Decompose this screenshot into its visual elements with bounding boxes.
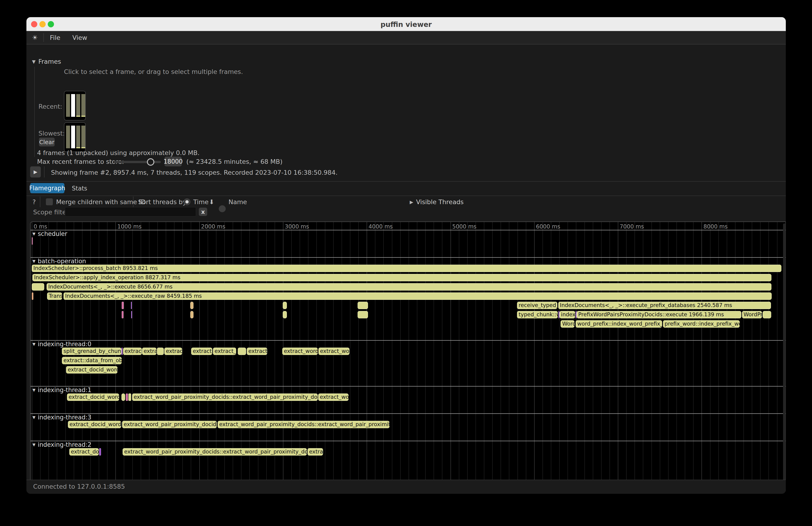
scope-bar[interactable]: extract_ <box>191 348 212 355</box>
help-button[interactable]: ? <box>32 198 36 206</box>
scope-bar[interactable] <box>559 311 560 318</box>
frame-histogram-bar[interactable] <box>71 94 75 117</box>
frame-histogram-bar[interactable] <box>66 94 70 117</box>
scope-bar[interactable]: index <box>560 311 576 318</box>
gridline <box>518 222 518 494</box>
scope-bar[interactable] <box>99 448 101 455</box>
scope-bar[interactable]: extract_word_pair_proximity_docids <box>122 421 217 428</box>
scope-bar[interactable] <box>121 393 125 401</box>
scope-bar[interactable]: extract_wo <box>318 393 349 401</box>
menu-view[interactable]: View <box>66 34 93 41</box>
gridline <box>701 222 702 494</box>
scope-bar[interactable]: IndexScheduler>::apply_index_operation 8… <box>32 274 771 281</box>
scope-bar[interactable]: Word <box>561 320 575 328</box>
scope-bar[interactable] <box>358 302 368 309</box>
gridline <box>685 222 685 494</box>
scope-bar[interactable]: IndexScheduler>::process_batch 8953.821 … <box>32 265 781 272</box>
frame-histogram-bar[interactable] <box>81 126 85 148</box>
scope-bar[interactable]: extract_docid_word <box>66 366 117 374</box>
scope-bar[interactable]: extract::data_from_ob <box>62 357 122 364</box>
frames-section-header[interactable]: ▼ Frames <box>32 58 61 65</box>
thread-header-indexing-thread:1[interactable]: ▼indexing-thread:1 <box>32 386 91 393</box>
canvas-scrollbar[interactable] <box>783 223 786 494</box>
scope-bar[interactable] <box>122 302 124 309</box>
visible-threads-header[interactable]: ▶ Visible Threads <box>410 198 464 206</box>
scope-bar[interactable]: IndexDocuments<_, _>::execute 8656.677 m… <box>47 283 771 291</box>
thread-header-indexing-thread:3[interactable]: ▼indexing-thread:3 <box>32 414 91 421</box>
scope-bar[interactable]: receive_typed_ <box>517 302 557 309</box>
max-frames-value[interactable]: 18000 <box>164 157 182 166</box>
tab-stats[interactable]: Stats <box>72 185 87 192</box>
frame-histogram-bar[interactable] <box>71 126 75 148</box>
max-frames-slider-knob[interactable] <box>147 158 154 166</box>
scope-bar[interactable]: extrac <box>307 448 323 455</box>
scope-bar[interactable]: WordPr <box>742 311 762 318</box>
clear-filter-button[interactable]: x <box>199 208 207 216</box>
recent-frames-thumbnail[interactable] <box>64 91 86 120</box>
frame-histogram-bar[interactable] <box>66 126 70 148</box>
frame-histogram-bar[interactable] <box>81 94 85 117</box>
theme-toggle-sun-icon[interactable]: ☀ <box>26 34 43 42</box>
merge-checkbox[interactable] <box>46 198 53 205</box>
thread-header-indexing-thread:0[interactable]: ▼indexing-thread:0 <box>32 341 91 348</box>
scope-bar[interactable] <box>358 311 368 318</box>
scope-bar[interactable]: extract_ <box>213 348 236 355</box>
scope-bar[interactable]: extract <box>123 348 142 355</box>
main-content: ▼ Frames Click to select a frame, or dra… <box>26 44 786 493</box>
sort-direction-arrow-icon[interactable]: ⬇ <box>209 198 214 206</box>
scope-bar[interactable]: extract_word <box>282 348 318 355</box>
scope-bar[interactable]: extract <box>247 348 267 355</box>
frame-histogram-bar[interactable] <box>76 94 80 117</box>
scope-bar[interactable]: extra <box>142 348 156 355</box>
thread-header-indexing-thread:2[interactable]: ▼indexing-thread:2 <box>32 441 91 448</box>
scope-bar[interactable]: IndexDocuments<_, _>::execute_raw 8459.1… <box>63 292 772 300</box>
scope-bar[interactable]: Trans <box>47 292 62 300</box>
sort-radio-name[interactable] <box>219 205 226 212</box>
scope-bar[interactable]: PrefixWordPairsProximityDocids::execute … <box>577 311 741 318</box>
scope-bar[interactable] <box>131 311 132 318</box>
thread-header-batch-operation[interactable]: ▼batch-operation <box>32 258 86 265</box>
scope-bar[interactable]: extract_word_pair_proximity_docids::extr… <box>218 421 390 428</box>
menu-file[interactable]: File <box>44 34 66 41</box>
scope-bar[interactable] <box>131 302 132 309</box>
scope-bar[interactable]: extract_docid_word <box>68 421 121 428</box>
scope-bar[interactable]: extract_word_pair_proximity_docids::extr… <box>132 393 318 401</box>
scope-bar[interactable]: extract_wo <box>318 348 349 355</box>
scope-bar[interactable] <box>238 348 246 355</box>
scope-bar[interactable] <box>121 348 122 355</box>
scope-bar[interactable] <box>190 311 193 318</box>
slowest-frames-thumbnail[interactable] <box>64 122 86 152</box>
scope-bar[interactable] <box>122 311 124 318</box>
gridline <box>567 222 568 494</box>
scope-bar[interactable]: prefix_word::index_prefix_wo <box>663 320 740 328</box>
flamegraph-canvas[interactable]: 0 ms0 ms1000 ms1000 ms2000 ms2000 ms3000… <box>30 221 786 494</box>
scope-bar[interactable]: IndexDocuments<_, _>::execute_prefix_dat… <box>558 302 771 309</box>
scope-bar[interactable] <box>283 302 287 309</box>
scope-bar[interactable] <box>32 283 44 291</box>
scope-bar[interactable] <box>763 311 771 318</box>
scope-bar[interactable]: split_grenad_by_chunk <box>62 348 121 355</box>
scope-bar[interactable]: extract_word_pair_proximity_docids::extr… <box>122 448 307 455</box>
thread-header-scheduler[interactable]: ▼scheduler <box>32 230 67 237</box>
tab-flamegraph[interactable]: Flamegraph <box>30 183 64 193</box>
scope-bar[interactable]: extract_docid_word <box>67 393 119 401</box>
scope-bar[interactable] <box>283 311 287 318</box>
scope-bar[interactable] <box>190 302 193 309</box>
scope-bar[interactable]: extrac <box>164 348 182 355</box>
gridline <box>534 222 535 494</box>
scope-bar[interactable] <box>128 393 131 401</box>
sort-radio-time[interactable] <box>184 198 190 205</box>
scope-bar[interactable]: word_prefix::index_word_prefix_ <box>576 320 662 328</box>
scope-filter-input[interactable] <box>65 207 196 216</box>
scope-bar[interactable] <box>157 348 164 355</box>
clear-button[interactable]: Clear <box>39 138 55 146</box>
scope-bar[interactable]: extract_doc <box>69 448 99 455</box>
frame-histogram-accent <box>81 147 85 148</box>
scope-bar[interactable]: typed_chunk::w <box>517 311 558 318</box>
play-button[interactable]: ▶ <box>30 166 41 177</box>
frame-histogram-bar[interactable] <box>76 126 80 148</box>
scope-bar[interactable] <box>32 237 33 245</box>
gridline <box>643 222 643 494</box>
scope-bar[interactable] <box>126 393 128 401</box>
scope-bar[interactable] <box>32 292 33 300</box>
